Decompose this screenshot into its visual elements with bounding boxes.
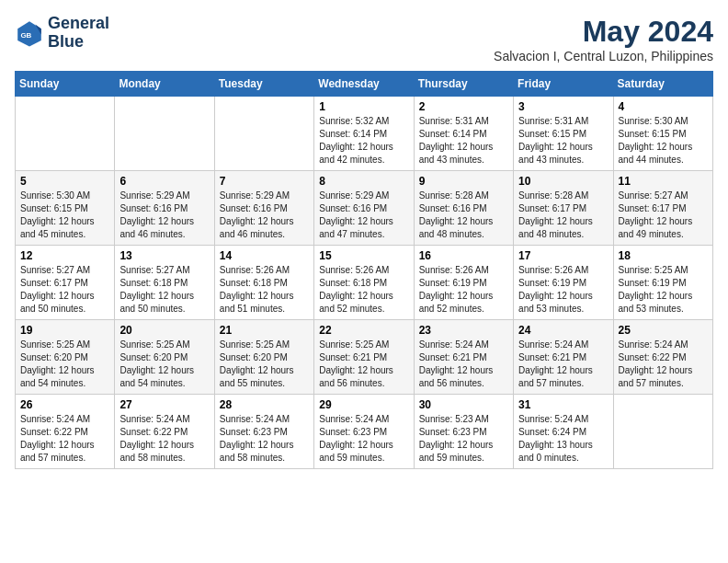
day-number: 12	[20, 249, 109, 262]
day-number: 18	[619, 249, 708, 262]
day-info: Sunrise: 5:29 AM Sunset: 6:16 PM Dayligh…	[119, 190, 209, 241]
logo: GB General Blue	[15, 15, 109, 52]
day-info: Sunrise: 5:24 AM Sunset: 6:22 PM Dayligh…	[619, 339, 708, 390]
day-info: Sunrise: 5:26 AM Sunset: 6:19 PM Dayligh…	[518, 264, 608, 316]
calendar-cell: 16Sunrise: 5:26 AM Sunset: 6:19 PM Dayli…	[414, 246, 513, 320]
calendar-cell: 11Sunrise: 5:27 AM Sunset: 6:17 PM Dayli…	[613, 171, 712, 246]
day-number: 30	[419, 398, 508, 411]
calendar-cell: 14Sunrise: 5:26 AM Sunset: 6:18 PM Dayli…	[214, 246, 313, 320]
weekday-header: Sunday	[16, 72, 115, 97]
day-number: 26	[20, 398, 109, 411]
logo-text: General Blue	[48, 15, 109, 52]
day-info: Sunrise: 5:24 AM Sunset: 6:21 PM Dayligh…	[518, 339, 608, 390]
day-info: Sunrise: 5:24 AM Sunset: 6:23 PM Dayligh…	[319, 413, 408, 465]
weekday-header: Thursday	[414, 72, 513, 97]
calendar-cell: 17Sunrise: 5:26 AM Sunset: 6:19 PM Dayli…	[514, 246, 613, 320]
calendar-cell: 30Sunrise: 5:23 AM Sunset: 6:23 PM Dayli…	[414, 395, 513, 469]
day-info: Sunrise: 5:29 AM Sunset: 6:16 PM Dayligh…	[319, 190, 408, 241]
day-info: Sunrise: 5:24 AM Sunset: 6:22 PM Dayligh…	[119, 413, 209, 465]
calendar-cell: 22Sunrise: 5:25 AM Sunset: 6:21 PM Dayli…	[314, 320, 414, 395]
day-info: Sunrise: 5:30 AM Sunset: 6:15 PM Dayligh…	[20, 190, 109, 241]
day-info: Sunrise: 5:25 AM Sunset: 6:19 PM Dayligh…	[619, 264, 708, 316]
day-info: Sunrise: 5:32 AM Sunset: 6:14 PM Dayligh…	[319, 115, 408, 167]
day-info: Sunrise: 5:30 AM Sunset: 6:15 PM Dayligh…	[619, 115, 708, 167]
day-info: Sunrise: 5:25 AM Sunset: 6:21 PM Dayligh…	[319, 339, 408, 390]
day-info: Sunrise: 5:26 AM Sunset: 6:19 PM Dayligh…	[419, 264, 508, 316]
day-number: 23	[419, 324, 508, 337]
day-number: 1	[319, 100, 408, 113]
day-info: Sunrise: 5:27 AM Sunset: 6:17 PM Dayligh…	[619, 190, 708, 241]
day-number: 21	[220, 324, 309, 337]
calendar-cell: 18Sunrise: 5:25 AM Sunset: 6:19 PM Dayli…	[613, 246, 712, 320]
calendar-cell	[115, 97, 214, 171]
calendar-cell	[16, 97, 115, 171]
calendar-cell: 26Sunrise: 5:24 AM Sunset: 6:22 PM Dayli…	[16, 395, 115, 469]
day-info: Sunrise: 5:25 AM Sunset: 6:20 PM Dayligh…	[20, 339, 109, 390]
weekday-header: Friday	[514, 72, 613, 97]
calendar-cell	[214, 97, 313, 171]
calendar-cell: 12Sunrise: 5:27 AM Sunset: 6:17 PM Dayli…	[16, 246, 115, 320]
day-info: Sunrise: 5:24 AM Sunset: 6:21 PM Dayligh…	[419, 339, 508, 390]
day-number: 4	[619, 100, 708, 113]
calendar-cell: 20Sunrise: 5:25 AM Sunset: 6:20 PM Dayli…	[115, 320, 214, 395]
day-number: 28	[220, 398, 309, 411]
day-info: Sunrise: 5:24 AM Sunset: 6:22 PM Dayligh…	[20, 413, 109, 465]
day-number: 27	[119, 398, 209, 411]
calendar-cell: 2Sunrise: 5:31 AM Sunset: 6:14 PM Daylig…	[414, 97, 513, 171]
day-number: 24	[518, 324, 608, 337]
calendar-cell: 24Sunrise: 5:24 AM Sunset: 6:21 PM Dayli…	[514, 320, 613, 395]
day-number: 3	[518, 100, 608, 113]
title-block: May 2024 Salvacion I, Central Luzon, Phi…	[494, 15, 713, 63]
day-number: 6	[119, 175, 209, 188]
day-info: Sunrise: 5:24 AM Sunset: 6:24 PM Dayligh…	[518, 413, 608, 465]
day-info: Sunrise: 5:31 AM Sunset: 6:15 PM Dayligh…	[518, 115, 608, 167]
day-number: 29	[319, 398, 408, 411]
day-number: 25	[619, 324, 708, 337]
calendar-cell: 21Sunrise: 5:25 AM Sunset: 6:20 PM Dayli…	[214, 320, 313, 395]
calendar-cell: 3Sunrise: 5:31 AM Sunset: 6:15 PM Daylig…	[514, 97, 613, 171]
calendar-cell: 23Sunrise: 5:24 AM Sunset: 6:21 PM Dayli…	[414, 320, 513, 395]
day-number: 17	[518, 249, 608, 262]
month-title: May 2024	[494, 15, 713, 49]
day-info: Sunrise: 5:29 AM Sunset: 6:16 PM Dayligh…	[220, 190, 309, 241]
day-number: 14	[220, 249, 309, 262]
calendar-cell: 31Sunrise: 5:24 AM Sunset: 6:24 PM Dayli…	[514, 395, 613, 469]
calendar-cell: 13Sunrise: 5:27 AM Sunset: 6:18 PM Dayli…	[115, 246, 214, 320]
weekday-header: Saturday	[613, 72, 712, 97]
day-number: 2	[419, 100, 508, 113]
calendar-cell: 28Sunrise: 5:24 AM Sunset: 6:23 PM Dayli…	[214, 395, 313, 469]
calendar-cell: 19Sunrise: 5:25 AM Sunset: 6:20 PM Dayli…	[16, 320, 115, 395]
calendar-cell: 25Sunrise: 5:24 AM Sunset: 6:22 PM Dayli…	[613, 320, 712, 395]
day-number: 13	[119, 249, 209, 262]
day-number: 7	[220, 175, 309, 188]
calendar-cell: 1Sunrise: 5:32 AM Sunset: 6:14 PM Daylig…	[314, 97, 414, 171]
day-info: Sunrise: 5:26 AM Sunset: 6:18 PM Dayligh…	[220, 264, 309, 316]
day-info: Sunrise: 5:24 AM Sunset: 6:23 PM Dayligh…	[220, 413, 309, 465]
day-info: Sunrise: 5:27 AM Sunset: 6:17 PM Dayligh…	[20, 264, 109, 316]
calendar-cell: 15Sunrise: 5:26 AM Sunset: 6:18 PM Dayli…	[314, 246, 414, 320]
calendar-cell: 10Sunrise: 5:28 AM Sunset: 6:17 PM Dayli…	[514, 171, 613, 246]
day-info: Sunrise: 5:31 AM Sunset: 6:14 PM Dayligh…	[419, 115, 508, 167]
page-header: GB General Blue May 2024 Salvacion I, Ce…	[15, 15, 713, 63]
calendar-cell: 6Sunrise: 5:29 AM Sunset: 6:16 PM Daylig…	[115, 171, 214, 246]
svg-text:GB: GB	[20, 31, 31, 40]
day-number: 8	[319, 175, 408, 188]
day-number: 15	[319, 249, 408, 262]
calendar-cell: 29Sunrise: 5:24 AM Sunset: 6:23 PM Dayli…	[314, 395, 414, 469]
day-info: Sunrise: 5:25 AM Sunset: 6:20 PM Dayligh…	[119, 339, 209, 390]
day-info: Sunrise: 5:26 AM Sunset: 6:18 PM Dayligh…	[319, 264, 408, 316]
calendar-cell: 27Sunrise: 5:24 AM Sunset: 6:22 PM Dayli…	[115, 395, 214, 469]
calendar-cell: 9Sunrise: 5:28 AM Sunset: 6:16 PM Daylig…	[414, 171, 513, 246]
day-info: Sunrise: 5:28 AM Sunset: 6:16 PM Dayligh…	[419, 190, 508, 241]
day-number: 16	[419, 249, 508, 262]
day-number: 19	[20, 324, 109, 337]
calendar-cell	[613, 395, 712, 469]
calendar-cell: 5Sunrise: 5:30 AM Sunset: 6:15 PM Daylig…	[16, 171, 115, 246]
calendar-cell: 8Sunrise: 5:29 AM Sunset: 6:16 PM Daylig…	[314, 171, 414, 246]
day-number: 9	[419, 175, 508, 188]
logo-icon: GB	[15, 18, 44, 48]
day-number: 11	[619, 175, 708, 188]
day-info: Sunrise: 5:23 AM Sunset: 6:23 PM Dayligh…	[419, 413, 508, 465]
weekday-header: Wednesday	[314, 72, 414, 97]
day-info: Sunrise: 5:28 AM Sunset: 6:17 PM Dayligh…	[518, 190, 608, 241]
